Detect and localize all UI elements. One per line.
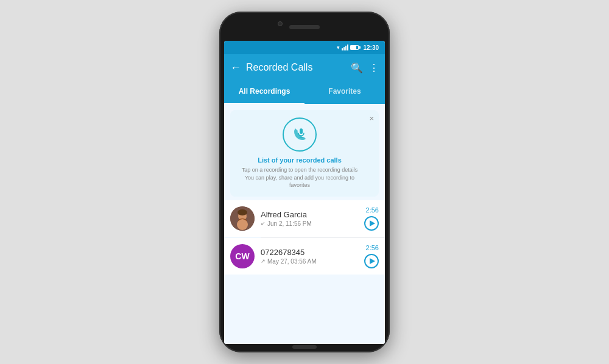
status-bar: ▾ 12:30 — [224, 41, 385, 54]
app-bar-icons: 🔍 ⋮ — [351, 62, 379, 74]
status-time: 12:30 — [363, 44, 379, 51]
banner-title: List of your recorded calls — [258, 156, 342, 164]
tab-all-recordings[interactable]: All Recordings — [224, 81, 304, 104]
banner-icon-wrapper — [283, 117, 317, 152]
recorded-calls-icon — [290, 125, 309, 144]
back-button[interactable]: ← — [230, 61, 241, 74]
battery-fill — [351, 46, 356, 49]
status-icons: ▾ 12:30 — [337, 44, 379, 51]
battery-icon — [350, 45, 359, 50]
page-title: Recorded Calls — [246, 62, 346, 73]
call-date: ↗ May 27, 03:56 AM — [261, 258, 358, 265]
play-icon — [370, 258, 375, 264]
call-info: Alfred Garcia ↙ Jun 2, 11:56 PM — [261, 210, 358, 227]
svg-point-5 — [238, 209, 247, 215]
play-icon — [370, 220, 375, 226]
content-area: × List of your recorded — [224, 104, 385, 344]
phone-outer: ▾ 12:30 ← Re — [219, 12, 390, 352]
call-duration: 2:56 — [366, 244, 379, 251]
phone-screen: ▾ 12:30 ← Re — [224, 41, 385, 344]
signal-icon — [342, 44, 348, 51]
call-item[interactable]: Alfred Garcia ↙ Jun 2, 11:56 PM 2:56 — [224, 200, 385, 237]
phone-home-button — [292, 345, 317, 349]
tabs-bar: All Recordings Favorites — [224, 81, 385, 104]
phone-camera — [278, 21, 283, 26]
call-name: 0722678345 — [261, 248, 358, 257]
call-date: ↙ Jun 2, 11:56 PM — [261, 220, 358, 227]
wifi-icon: ▾ — [337, 44, 340, 51]
call-direction: ↗ — [261, 258, 266, 264]
tab-favorites[interactable]: Favorites — [304, 81, 385, 104]
call-name: Alfred Garcia — [261, 210, 358, 219]
avatar: CW — [230, 244, 255, 268]
play-button[interactable] — [364, 216, 379, 231]
banner-description: Tap on a recording to open the recording… — [238, 166, 362, 189]
phone-device: ▾ 12:30 ← Re — [219, 12, 390, 352]
info-banner: × List of your recorded — [230, 110, 379, 197]
avatar — [230, 206, 255, 231]
call-right: 2:56 — [364, 244, 379, 268]
svg-point-7 — [237, 219, 248, 230]
svg-rect-0 — [300, 128, 303, 134]
call-right: 2:56 — [364, 206, 379, 231]
play-button[interactable] — [364, 254, 379, 268]
banner-close-button[interactable]: × — [369, 114, 374, 123]
call-info: 0722678345 ↗ May 27, 03:56 AM — [261, 248, 358, 265]
more-options-icon[interactable]: ⋮ — [369, 62, 379, 74]
call-duration: 2:56 — [366, 206, 379, 214]
call-direction: ↙ — [261, 220, 266, 226]
app-bar: ← Recorded Calls 🔍 ⋮ — [224, 54, 385, 81]
call-item[interactable]: CW 0722678345 ↗ May 27, 03:56 AM 2:56 — [224, 238, 385, 275]
search-icon[interactable]: 🔍 — [351, 62, 363, 74]
phone-speaker — [289, 25, 320, 29]
